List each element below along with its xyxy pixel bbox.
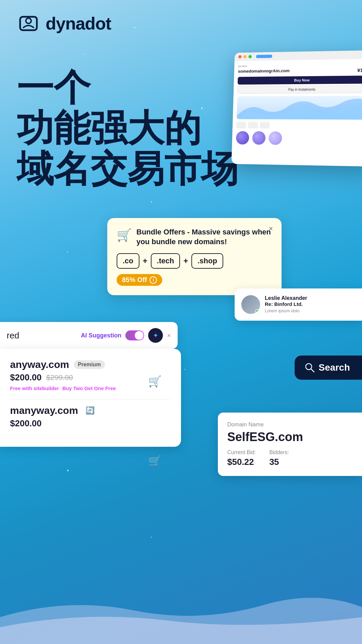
- auction-stats: Current Bid: $50.22 Bidders: 35: [227, 449, 353, 467]
- hero-section: 一个 功能强大的 域名交易市场: [17, 67, 238, 189]
- auction-bidders-section: Bidders: 35: [269, 449, 289, 467]
- notification-avatar: [241, 295, 260, 314]
- browser-icon-row: [236, 122, 362, 129]
- browser-dot-red: [238, 55, 242, 59]
- browser-domain-name: somedomainnogrAin.com: [238, 68, 290, 73]
- auction-bid-section: Current Bid: $50.22: [227, 449, 256, 467]
- auction-domain-name: SelfESG.com: [227, 430, 353, 444]
- spark-icon: ✦: [153, 331, 159, 339]
- svg-line-3: [311, 369, 314, 372]
- browser-chart: [237, 96, 362, 120]
- ai-suggestion-label: AI Suggestion: [81, 332, 121, 339]
- bundle-offer-card: × 🛒 Bundle Offers - Massive savings when…: [107, 218, 282, 295]
- brand-name: dynadot: [46, 13, 111, 34]
- browser-feature-balls: [236, 131, 362, 146]
- notification-sender-name: Leslie Alexander: [265, 295, 307, 301]
- domain-name-2: manyway.com: [10, 405, 78, 416]
- browser-dot-yellow: [243, 55, 247, 58]
- bundle-header: 🛒 Bundle Offers - Massive savings when y…: [117, 227, 272, 247]
- auction-card: Domain Name SelfESG.com Current Bid: $50…: [218, 413, 362, 476]
- price-current-1: $200.00: [10, 372, 42, 383]
- tag-sitebuilder: Free with sitebuilder: [10, 385, 59, 391]
- hero-line-1: 一个: [17, 67, 238, 108]
- browser-content: dynadot somedomainnogrAin.com ¥123 Buy N…: [232, 59, 362, 151]
- current-bid-value: $50.22: [227, 457, 256, 467]
- ai-toggle-thumb: [135, 331, 143, 340]
- hero-line-2: 功能强大的: [17, 108, 238, 148]
- bundle-cart-icon: 🛒: [117, 228, 132, 242]
- tags-row-1: Free with sitebuilder Buy Two Get One Fr…: [10, 385, 171, 391]
- ai-spark-button[interactable]: ✦: [148, 328, 163, 343]
- browser-mockup: dynadot somedomainnogrAin.com ¥123 Buy N…: [231, 50, 362, 167]
- bidders-value: 35: [269, 457, 289, 467]
- dynadot-logo-icon: [17, 13, 40, 34]
- price-row-2: $200.00: [10, 418, 171, 429]
- ai-input-value: red: [7, 330, 19, 341]
- domain-result-2: manyway.com 🔄 $200.00 🛒: [10, 405, 171, 429]
- online-indicator: [255, 309, 259, 313]
- discount-badge: 85% Off i: [117, 274, 162, 286]
- premium-badge-1: Premium: [74, 360, 105, 369]
- bundle-tld-list: .co + .tech + .shop: [117, 253, 272, 269]
- notification-content: Leslie Alexander Re: Binford Ltd. Lorem …: [265, 295, 307, 313]
- search-icon: [305, 363, 315, 373]
- bottom-wave: [0, 577, 362, 644]
- add-to-cart-button-2[interactable]: 🛒: [148, 454, 162, 467]
- tld-shop: .shop: [191, 253, 223, 269]
- notification-preview: Lorem ipsum dolo: [265, 308, 307, 313]
- tag-bogo: Buy Two Get One Free: [62, 385, 116, 391]
- bundle-title: Bundle Offers - Massive savings when you…: [136, 227, 272, 247]
- auction-domain-label: Domain Name: [227, 421, 353, 428]
- tld-co: .co: [117, 253, 139, 269]
- ai-suggestion-bar: red AI Suggestion ✦ ×: [0, 322, 178, 349]
- browser-domain-header: somedomainnogrAin.com ¥123: [238, 67, 362, 74]
- domain-result-1: anyway.com Premium $200.00 $299.00 Free …: [10, 359, 171, 391]
- domain-results-card: anyway.com Premium $200.00 $299.00 Free …: [0, 349, 181, 447]
- header: dynadot: [17, 13, 111, 34]
- search-label: Search: [319, 362, 350, 373]
- browser-brand: dynadot: [238, 63, 362, 68]
- search-button[interactable]: Search: [295, 356, 362, 380]
- plus-sign-2: +: [183, 256, 188, 266]
- domain-name-1: anyway.com: [10, 359, 69, 370]
- svg-point-1: [26, 18, 31, 23]
- browser-dot-green: [248, 55, 252, 58]
- divider: [10, 399, 171, 399]
- price-original-1: $299.00: [46, 373, 73, 382]
- bundle-close-button[interactable]: ×: [265, 223, 276, 234]
- bidders-label: Bidders:: [269, 449, 289, 455]
- current-bid-label: Current Bid:: [227, 449, 256, 455]
- notification-card: Leslie Alexander Re: Binford Ltd. Lorem …: [235, 288, 362, 321]
- ai-controls: AI Suggestion ✦ ×: [81, 328, 171, 343]
- add-to-cart-button-1[interactable]: 🛒: [148, 375, 162, 388]
- browser-buy-now-button[interactable]: Buy Now: [238, 75, 362, 85]
- ai-close-button[interactable]: ×: [167, 332, 171, 339]
- browser-domain-price: ¥123: [357, 67, 362, 73]
- hero-line-3: 域名交易市场: [17, 148, 238, 189]
- domain-name-row-2: manyway.com 🔄: [10, 405, 171, 416]
- info-icon: i: [149, 276, 157, 284]
- plus-sign-1: +: [143, 256, 147, 266]
- notification-subject: Re: Binford Ltd.: [265, 301, 307, 307]
- tld-tech: .tech: [151, 253, 180, 269]
- price-row-1: $200.00 $299.00: [10, 372, 171, 383]
- refresh-icon[interactable]: 🔄: [85, 406, 95, 415]
- discount-text: 85% Off: [122, 276, 147, 284]
- browser-address-bar: [256, 55, 272, 58]
- browser-pay-later-button[interactable]: Pay in Instalments: [237, 85, 362, 94]
- domain-name-row-1: anyway.com Premium: [10, 359, 171, 370]
- price-current-2: $200.00: [10, 418, 42, 429]
- ai-toggle[interactable]: [125, 330, 144, 340]
